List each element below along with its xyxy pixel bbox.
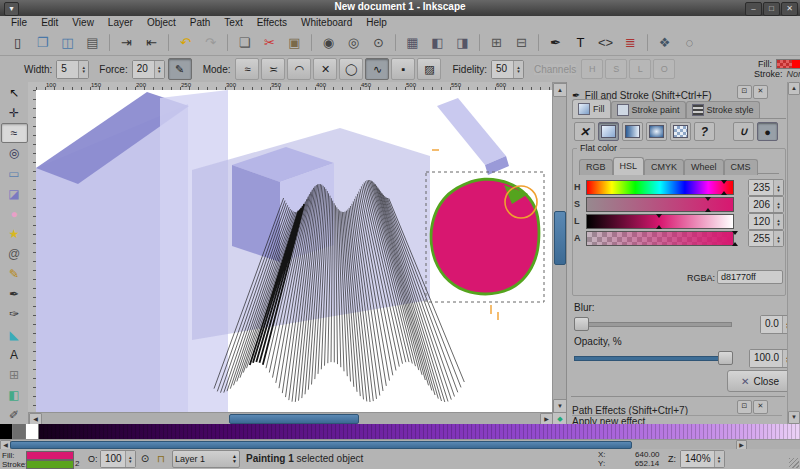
fillrule-evenodd-button[interactable]: ∪ <box>733 122 754 141</box>
align-dialog-button[interactable]: ≣ <box>619 31 642 54</box>
slider-thumb[interactable] <box>705 208 711 212</box>
spin-arrows-icon[interactable]: ▴▾ <box>513 61 523 78</box>
menu-item[interactable]: View <box>65 17 101 28</box>
menu-item[interactable]: Whiteboard <box>294 17 359 28</box>
zoom-selection-button[interactable]: ◉ <box>317 31 340 54</box>
ellipse-tool[interactable]: ● <box>1 204 28 224</box>
gradient-tool[interactable]: ◧ <box>1 385 28 405</box>
zoom-spinbox[interactable]: 140% ▴▾ <box>680 450 725 468</box>
channel-h-button[interactable]: H <box>581 59 603 79</box>
slider-bar[interactable] <box>586 214 734 229</box>
find-button[interactable]: ◌ <box>678 31 701 54</box>
cs-tab-cmyk[interactable]: CMYK <box>644 159 684 175</box>
menu-item[interactable]: Layer <box>101 17 140 28</box>
tab-stroke-style[interactable]: Stroke style <box>686 101 760 118</box>
slider-bar[interactable] <box>586 197 734 212</box>
hue-slider[interactable]: H 235 ▴▾ <box>574 180 784 195</box>
statusbar-stroke-swatch[interactable] <box>26 460 74 469</box>
layer-lock-icon[interactable]: ⊓ <box>154 452 168 465</box>
spiral-tool[interactable]: @ <box>1 244 28 264</box>
object-opacity-spinbox[interactable]: 100 ▴▾ <box>100 450 136 468</box>
node-tool[interactable]: ✛ <box>1 103 28 123</box>
cs-tab-cms[interactable]: CMS <box>724 159 758 175</box>
paintbucket-tool[interactable]: ◣ <box>1 325 28 345</box>
menu-item[interactable]: Text <box>217 17 249 28</box>
paste-button[interactable]: ▣ <box>283 31 306 54</box>
fill-stroke-panel-header[interactable]: ✒ Fill and Stroke (Shift+Ctrl+F) ⊡ ✕ <box>572 85 786 99</box>
force-spinbox[interactable]: 20 ▴▾ <box>132 60 165 79</box>
copy-button[interactable]: ❏ <box>233 31 256 54</box>
xml-editor-button[interactable]: <> <box>594 31 617 54</box>
connector-tool[interactable]: ⊞ <box>1 365 28 385</box>
minimize-button[interactable]: – <box>745 2 762 16</box>
radial-gradient-button[interactable] <box>646 122 667 141</box>
new-document-button[interactable]: ▯ <box>6 31 29 54</box>
menu-item[interactable]: Effects <box>250 17 294 28</box>
spin-arrows-icon[interactable]: ▴▾ <box>154 61 164 78</box>
box3d-tool[interactable]: ◪ <box>1 184 28 204</box>
linear-gradient-button[interactable] <box>622 122 643 141</box>
palette-scroll-thumb[interactable] <box>10 441 632 449</box>
dock-close-button[interactable]: ✕ <box>753 85 768 99</box>
fill-swatch[interactable] <box>776 59 800 69</box>
text-dialog-button[interactable]: T <box>569 31 592 54</box>
save-document-button[interactable]: ◫ <box>56 31 79 54</box>
slider-thumb[interactable] <box>732 231 738 235</box>
mode-move-button[interactable]: ≈ <box>235 58 259 80</box>
slider-spinbox[interactable]: 255 ▴▾ <box>748 230 784 247</box>
mode-push-button[interactable]: ∿ <box>365 58 389 80</box>
opacity-slider[interactable] <box>574 350 732 364</box>
slider-spinbox[interactable]: 120 ▴▾ <box>748 213 784 230</box>
rectangle-tool[interactable]: ▭ <box>1 164 28 184</box>
dock-close-button[interactable]: ✕ <box>753 400 768 414</box>
dock-float-button[interactable]: ⊡ <box>737 85 752 99</box>
tweak-tool[interactable]: ≈ <box>1 123 28 143</box>
mode-color-paint-button[interactable]: ▪ <box>391 58 415 80</box>
redo-button[interactable]: ↷ <box>199 31 222 54</box>
spin-arrows-icon[interactable]: ▴▾ <box>773 214 783 229</box>
create-clone-button[interactable]: ◧ <box>426 31 449 54</box>
mode-jitter-button[interactable]: ◠ <box>287 58 311 80</box>
scroll-up-icon[interactable]: ▲ <box>553 83 567 97</box>
layer-visibility-icon[interactable]: ⊙ <box>138 452 152 465</box>
no-paint-button[interactable]: ✕ <box>574 122 595 141</box>
slider-thumb[interactable] <box>721 180 727 184</box>
rgba-entry[interactable]: d81770ff <box>717 270 783 284</box>
lightness-slider[interactable]: L 120 ▴▾ <box>574 214 784 229</box>
zoom-drawing-button[interactable]: ◎ <box>342 31 365 54</box>
scroll-up-icon[interactable]: ▲ <box>788 82 800 95</box>
tab-stroke-paint[interactable]: Stroke paint <box>611 101 686 118</box>
slider-thumb[interactable] <box>656 225 662 229</box>
close-button[interactable]: ✕ <box>781 2 798 16</box>
menu-item[interactable]: Help <box>359 17 394 28</box>
opacity-slider-thumb[interactable] <box>718 351 733 365</box>
dropper-tool[interactable]: ✐ <box>1 405 28 425</box>
close-dialog-button[interactable]: ✕ Close <box>727 370 793 392</box>
channel-o-button[interactable]: O <box>653 59 675 79</box>
star-tool[interactable]: ★ <box>1 224 28 244</box>
slider-thumb[interactable] <box>656 214 662 218</box>
dock-float-button[interactable]: ⊡ <box>737 400 752 414</box>
unlink-clone-button[interactable]: ◨ <box>451 31 474 54</box>
cs-tab-rgb[interactable]: RGB <box>579 159 613 175</box>
spin-arrows-icon[interactable]: ▴▾ <box>773 231 783 246</box>
fill-stroke-dialog-button[interactable]: ✒ <box>544 31 567 54</box>
spin-arrows-icon[interactable]: ▴▾ <box>773 180 783 195</box>
spin-arrows-icon[interactable]: ▴▾ <box>773 197 783 212</box>
palette-swatch-gray[interactable] <box>13 424 26 439</box>
spin-arrows-icon[interactable]: ▴▾ <box>125 451 135 467</box>
slider-thumb[interactable] <box>705 197 711 201</box>
selector-tool[interactable]: ↖ <box>1 83 28 103</box>
spin-arrows-icon[interactable]: ▴▾ <box>78 61 88 78</box>
slider-spinbox[interactable]: 235 ▴▾ <box>748 179 784 196</box>
print-button[interactable]: ▤ <box>81 31 104 54</box>
fidelity-spinbox[interactable]: 50 ▴▾ <box>491 60 524 79</box>
export-button[interactable]: ⇤ <box>140 31 163 54</box>
duplicate-button[interactable]: ▦ <box>401 31 424 54</box>
icon-preview-button[interactable]: ❖ <box>653 31 676 54</box>
menu-item[interactable]: Edit <box>34 17 65 28</box>
group-button[interactable]: ⊞ <box>485 31 508 54</box>
mode-color-jitter-button[interactable]: ▨ <box>417 58 441 80</box>
tab-fill[interactable]: Fill <box>572 99 611 118</box>
slider-bar[interactable] <box>586 180 734 195</box>
